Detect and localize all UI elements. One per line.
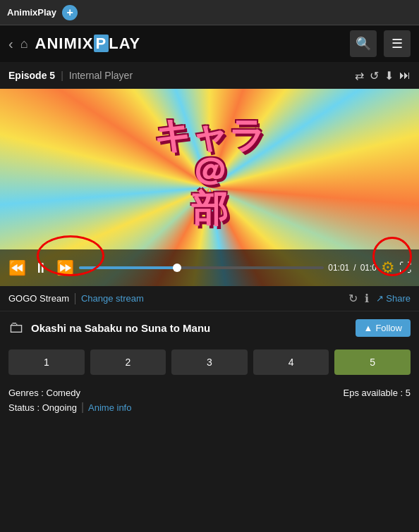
progress-thumb[interactable] xyxy=(173,264,181,272)
skip-icon[interactable]: ⏭ xyxy=(399,69,411,82)
rewind-button[interactable]: ⏪ xyxy=(7,258,27,278)
episode-label: Episode 5 xyxy=(8,70,55,81)
stream-divider xyxy=(75,293,75,304)
site-title: ANIMIXPLAY xyxy=(35,35,343,53)
browser-logo: AnimixPlay xyxy=(7,7,56,18)
pause-button[interactable]: ⏸ xyxy=(31,258,51,278)
follow-button[interactable]: ▲ Follow xyxy=(356,319,411,337)
anime-info-row: 🗀 Okashi na Sabaku no Suna to Manu ▲ Fol… xyxy=(0,311,419,344)
video-player[interactable]: キャラ＠部 ⏪ ⏸ ⏩ 01:01 / 01:0 ⚙ ⛶ xyxy=(0,89,419,286)
eps-info: Eps available : 5 xyxy=(344,388,411,398)
back-button[interactable]: ‹ xyxy=(8,36,13,52)
anime-info-link[interactable]: Anime info xyxy=(88,402,131,413)
menu-button[interactable]: ☰ xyxy=(384,30,411,57)
switch-stream-icon[interactable]: ⇄ xyxy=(355,69,364,82)
info-button[interactable]: ℹ xyxy=(365,292,369,305)
nav-bar: ‹ ⌂ ANIMIXPLAY 🔍 ☰ xyxy=(0,25,419,62)
episode-btn-2[interactable]: 2 xyxy=(90,349,166,375)
stream-bar: GOGO Stream Change stream ↻ ℹ ↗ Share xyxy=(0,286,419,311)
change-stream-button[interactable]: Change stream xyxy=(81,293,144,304)
status-info: Status : Ongoing xyxy=(8,402,77,413)
share-icon: ↗ xyxy=(376,293,384,304)
episode-btn-1[interactable]: 1 xyxy=(8,349,85,375)
time-total: 01:0 xyxy=(360,263,377,273)
anime-title: Okashi na Sabaku no Suna to Manu xyxy=(31,322,348,334)
progress-bar[interactable] xyxy=(79,266,324,269)
stream-name: GOGO Stream xyxy=(8,293,69,304)
stream-actions: ↻ ℹ ↗ Share xyxy=(348,292,411,305)
refresh-button[interactable]: ↻ xyxy=(348,292,358,305)
anime-title-overlay: キャラ＠部 xyxy=(154,117,266,227)
refresh-icon[interactable]: ↺ xyxy=(370,69,379,82)
player-controls: ⏪ ⏸ ⏩ 01:01 / 01:0 ⚙ ⛶ xyxy=(0,249,419,286)
anime-title-japanese: キャラ＠部 xyxy=(154,117,266,227)
metadata-row-bottom: Status : Ongoing | Anime info xyxy=(8,401,411,414)
episode-list: 1 2 3 4 5 xyxy=(0,344,419,381)
add-tab-button[interactable]: + xyxy=(62,5,78,20)
title-highlight: P xyxy=(94,35,109,52)
share-label: Share xyxy=(386,293,411,304)
time-separator: / xyxy=(353,263,356,273)
genre-label: Genres xyxy=(8,388,39,398)
metadata-section: Genres : Comedy Eps available : 5 Status… xyxy=(0,381,419,421)
download-icon[interactable]: ⬇ xyxy=(384,69,394,82)
search-button[interactable]: 🔍 xyxy=(350,30,377,57)
search-icon: 🔍 xyxy=(356,36,371,51)
episode-btn-5[interactable]: 5 xyxy=(334,349,411,375)
eps-value: 5 xyxy=(406,388,411,398)
menu-icon: ☰ xyxy=(391,36,403,51)
episode-btn-3[interactable]: 3 xyxy=(171,349,248,375)
eps-label: Eps available xyxy=(344,388,398,398)
time-current: 01:01 xyxy=(328,263,349,273)
settings-button[interactable]: ⚙ xyxy=(381,259,395,277)
follow-label: Follow xyxy=(375,323,402,333)
home-button[interactable]: ⌂ xyxy=(20,37,28,51)
progress-fill xyxy=(79,266,177,269)
genre-value: Comedy xyxy=(47,388,80,398)
folder-icon: 🗀 xyxy=(8,318,24,337)
episode-controls: ⇄ ↺ ⬇ ⏭ xyxy=(355,69,411,82)
episode-bar: Episode 5 | Internal Player ⇄ ↺ ⬇ ⏭ xyxy=(0,62,419,89)
player-type-label: Internal Player xyxy=(69,70,133,81)
episode-divider: | xyxy=(61,70,63,81)
browser-bar: AnimixPlay + xyxy=(0,0,419,25)
fullscreen-button[interactable]: ⛶ xyxy=(399,261,412,276)
episode-btn-4[interactable]: 4 xyxy=(253,349,329,375)
follow-icon: ▲ xyxy=(364,323,373,333)
status-value: Ongoing xyxy=(42,402,77,413)
genre-info: Genres : Comedy xyxy=(8,388,80,398)
metadata-row-top: Genres : Comedy Eps available : 5 xyxy=(8,388,411,398)
forward-button[interactable]: ⏩ xyxy=(55,258,75,278)
share-button[interactable]: ↗ Share xyxy=(376,293,411,304)
status-label: Status xyxy=(8,402,35,413)
